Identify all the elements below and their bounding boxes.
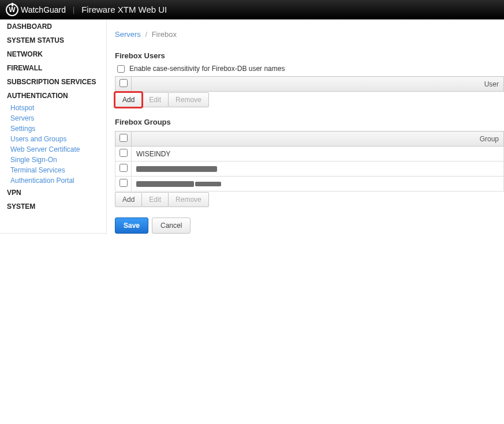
users-edit-button[interactable]: Edit — [141, 92, 169, 107]
header-separator: | — [73, 6, 74, 14]
nav-terminal-services[interactable]: Terminal Services — [0, 165, 106, 175]
nav-system-status[interactable]: SYSTEM STATUS — [0, 33, 106, 47]
nav-network[interactable]: NETWORK — [0, 47, 106, 61]
cancel-button[interactable]: Cancel — [152, 217, 191, 234]
main-content: Servers / Firebox Firebox Users Enable c… — [107, 20, 504, 234]
nav-authentication[interactable]: AUTHENTICATION — [0, 89, 106, 103]
groups-button-row: Add Edit Remove — [115, 192, 504, 207]
group-row-redacted[interactable] — [132, 177, 504, 192]
nav-vpn[interactable]: VPN — [0, 186, 106, 200]
users-add-button[interactable]: Add — [115, 92, 142, 107]
users-remove-button[interactable]: Remove — [168, 92, 209, 107]
breadcrumb-current: Firebox — [152, 30, 177, 39]
breadcrumb-parent[interactable]: Servers — [115, 30, 141, 39]
nav-users-groups[interactable]: Users and Groups — [0, 134, 106, 144]
nav-auth-portal[interactable]: Authentication Portal — [0, 175, 106, 186]
case-sensitivity-label: Enable case-sensitivity for Firebox-DB u… — [129, 65, 285, 73]
group-row-text[interactable]: WISEINDY — [132, 147, 504, 162]
breadcrumb: Servers / Firebox — [115, 30, 504, 39]
nav-sso[interactable]: Single Sign-On — [0, 155, 106, 165]
redacted-text — [136, 181, 194, 187]
groups-edit-button[interactable]: Edit — [141, 192, 169, 207]
nav-firewall[interactable]: FIREWALL — [0, 61, 106, 75]
brand-name: WatchGuard — [21, 5, 66, 14]
brand-logo: W WatchGuard — [6, 3, 66, 16]
nav-settings[interactable]: Settings — [0, 123, 106, 134]
case-sensitivity-checkbox[interactable] — [117, 65, 125, 73]
users-table: User — [115, 76, 504, 92]
nav-system[interactable]: SYSTEM — [0, 200, 106, 213]
redacted-text — [195, 182, 221, 186]
group-row-redacted[interactable] — [132, 162, 504, 177]
app-header: W WatchGuard | Fireware XTM Web UI — [0, 0, 504, 20]
users-select-all[interactable] — [120, 79, 128, 87]
nav-web-server-cert[interactable]: Web Server Certificate — [0, 144, 106, 155]
users-button-row: Add Edit Remove — [115, 92, 504, 107]
groups-select-all[interactable] — [120, 134, 128, 142]
group-row-checkbox[interactable] — [120, 179, 128, 187]
save-button[interactable]: Save — [115, 217, 148, 234]
groups-remove-button[interactable]: Remove — [168, 192, 209, 207]
breadcrumb-sep: / — [145, 30, 147, 39]
redacted-text — [136, 166, 217, 172]
nav-hotspot[interactable]: Hotspot — [0, 103, 106, 113]
groups-title: Firebox Groups — [115, 118, 504, 126]
nav-subscription-services[interactable]: SUBSCRIPTION SERVICES — [0, 75, 106, 89]
logo-icon: W — [6, 3, 18, 16]
nav-servers[interactable]: Servers — [0, 113, 106, 123]
group-row-checkbox[interactable] — [120, 164, 128, 172]
groups-add-button[interactable]: Add — [115, 192, 142, 207]
users-title: Firebox Users — [115, 51, 504, 60]
groups-table: Group WISEINDY — [115, 131, 504, 192]
nav-dashboard[interactable]: DASHBOARD — [0, 20, 106, 33]
users-col-header: User — [132, 77, 504, 92]
app-title: Fireware XTM Web UI — [81, 5, 167, 14]
action-row: Save Cancel — [115, 217, 504, 234]
group-row-checkbox[interactable] — [120, 149, 128, 157]
sidebar: DASHBOARD SYSTEM STATUS NETWORK FIREWALL… — [0, 20, 107, 234]
groups-col-header: Group — [132, 132, 504, 147]
